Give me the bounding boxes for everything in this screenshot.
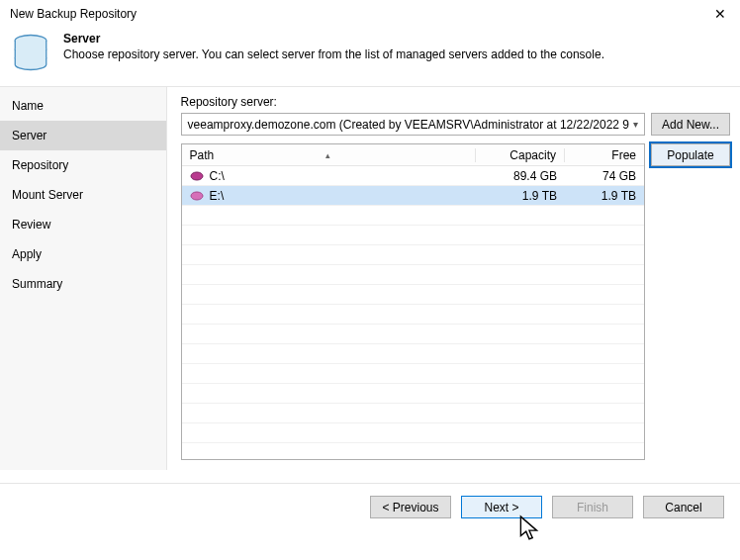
previous-button[interactable]: < Previous [370,496,451,518]
wizard-header: Server Choose repository server. You can… [0,26,740,86]
header-title: Server [63,32,604,46]
svg-point-2 [191,192,203,200]
next-button[interactable]: Next > [461,496,542,518]
sort-asc-icon: ▴ [325,150,330,160]
main-area: Name Server Repository Mount Server Revi… [0,86,740,470]
content-panel: Repository server: veeamproxy.demozone.c… [167,87,740,470]
cell-free: 1.9 TB [565,189,644,203]
sidebar-item-review[interactable]: Review [0,210,166,239]
chevron-down-icon: ▾ [633,119,638,130]
col-header-path[interactable]: Path ▴ [182,148,476,162]
populate-button[interactable]: Populate [651,143,730,166]
cell-path: E:\ [210,189,225,203]
table-row[interactable]: C:\ 89.4 GB 74 GB [182,166,644,186]
window-title: New Backup Repository [10,7,137,21]
col-header-capacity[interactable]: Capacity [476,148,565,162]
drives-grid: Path ▴ Capacity Free C:\ 89.4 [181,143,645,460]
add-new-button[interactable]: Add New... [651,113,730,136]
finish-button: Finish [552,496,633,518]
drive-icon [190,171,204,181]
wizard-sidebar: Name Server Repository Mount Server Revi… [0,87,167,470]
sidebar-item-summary[interactable]: Summary [0,269,166,299]
close-icon[interactable]: ✕ [710,6,730,22]
drive-icon [190,191,204,201]
grid-body: C:\ 89.4 GB 74 GB E:\ 1.9 TB 1 [182,166,644,459]
table-row[interactable]: E:\ 1.9 TB 1.9 TB [182,186,644,206]
header-subtitle: Choose repository server. You can select… [63,47,604,61]
cell-capacity: 89.4 GB [476,169,565,183]
sidebar-item-server[interactable]: Server [0,121,166,150]
svg-point-1 [191,172,203,180]
cell-capacity: 1.9 TB [476,189,565,203]
sidebar-item-mount-server[interactable]: Mount Server [0,180,166,210]
repo-server-combo[interactable]: veeamproxy.demozone.com (Created by VEEA… [181,113,645,136]
cell-path: C:\ [210,169,225,183]
sidebar-item-apply[interactable]: Apply [0,239,166,269]
cancel-button[interactable]: Cancel [643,496,724,518]
cell-free: 74 GB [565,169,644,183]
sidebar-item-name[interactable]: Name [0,91,166,121]
wizard-footer: < Previous Next > Finish Cancel [0,483,740,530]
repo-server-value: veeamproxy.demozone.com (Created by VEEA… [188,118,629,132]
grid-empty-rows [182,206,644,459]
col-header-free[interactable]: Free [565,148,644,162]
titlebar: New Backup Repository ✕ [0,0,740,26]
sidebar-item-repository[interactable]: Repository [0,150,166,180]
repo-server-label: Repository server: [181,95,730,109]
grid-header: Path ▴ Capacity Free [182,144,644,166]
repository-icon [10,32,51,76]
